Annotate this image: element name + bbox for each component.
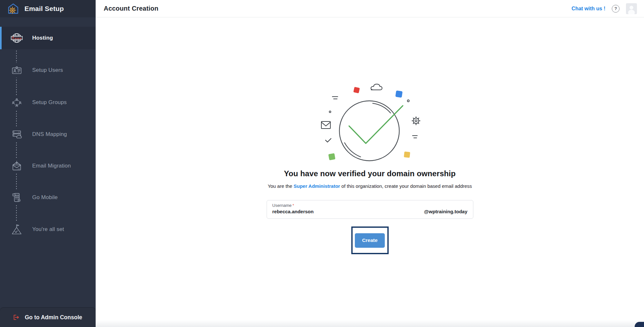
sidebar-item-label: Setup Groups <box>32 99 67 106</box>
create-button[interactable]: Create <box>355 233 385 248</box>
subtext-suffix: of this organization, create your domain… <box>340 183 472 189</box>
subtext-prefix: You are the <box>268 183 293 189</box>
app-title: Email Setup <box>24 5 64 13</box>
sidebar-item-setup-users[interactable]: Setup Users <box>0 59 96 82</box>
person-silhouette-icon <box>626 3 637 14</box>
verified-heading: You have now verified your domain owners… <box>96 169 644 178</box>
dns-server-cloud-icon <box>9 127 24 142</box>
domain-verified-illustration <box>294 81 446 181</box>
username-field-group: Username* @wptraining.today <box>267 200 473 219</box>
go-to-admin-console-label: Go to Admin Console <box>25 314 82 321</box>
chat-with-us-link[interactable]: Chat with us ! <box>572 6 605 12</box>
app-logo-band: Email Setup <box>0 0 96 17</box>
id-card-icon <box>9 63 24 78</box>
go-to-admin-console-button[interactable]: Go to Admin Console <box>0 308 96 327</box>
sidebar-item-label: DNS Mapping <box>32 131 67 138</box>
email-setup-app: Email Setup WWW Hosting <box>0 0 644 327</box>
sidebar-item-setup-groups[interactable]: Setup Groups <box>0 91 96 114</box>
sidebar-item-email-migration[interactable]: Email Migration <box>0 155 96 177</box>
sidebar-item-label: Hosting <box>32 35 53 41</box>
exit-icon <box>12 313 20 321</box>
sidebar-item-go-mobile[interactable]: Go Mobile <box>0 186 96 209</box>
user-group-icon <box>9 95 24 110</box>
sidebar-item-dns-mapping[interactable]: DNS Mapping <box>0 123 96 146</box>
sidebar: Email Setup WWW Hosting <box>0 0 96 327</box>
top-header: Account Creation Chat with us ! ? <box>96 0 644 17</box>
username-input[interactable] <box>272 209 395 214</box>
create-button-highlight-box: Create <box>351 226 389 254</box>
super-administrator-link[interactable]: Super Administrator <box>294 183 340 189</box>
sidebar-item-label: Email Migration <box>32 163 71 169</box>
sidebar-item-hosting[interactable]: WWW Hosting <box>0 27 96 49</box>
svg-text:WWW: WWW <box>14 37 22 40</box>
mobile-qr-icon <box>9 190 24 205</box>
main-content: You have now verified your domain owners… <box>96 18 644 327</box>
sidebar-item-label: Setup Users <box>32 67 63 73</box>
verified-subtext: You are the Super Administrator of this … <box>96 183 644 189</box>
mail-import-icon <box>9 159 24 173</box>
sidebar-item-all-set[interactable]: You're all set <box>0 218 96 241</box>
sidebar-item-label: Go Mobile <box>32 194 58 201</box>
email-setup-logo-icon <box>7 3 19 15</box>
avatar[interactable] <box>626 3 637 14</box>
mountain-flag-icon <box>9 222 24 237</box>
help-icon[interactable]: ? <box>612 5 620 13</box>
sidebar-item-label: You're all set <box>32 226 64 233</box>
page-title: Account Creation <box>104 5 158 12</box>
globe-www-icon: WWW <box>9 31 24 45</box>
domain-suffix: @wptraining.today <box>424 209 468 214</box>
username-label: Username <box>272 203 292 208</box>
required-asterisk: * <box>292 203 294 208</box>
